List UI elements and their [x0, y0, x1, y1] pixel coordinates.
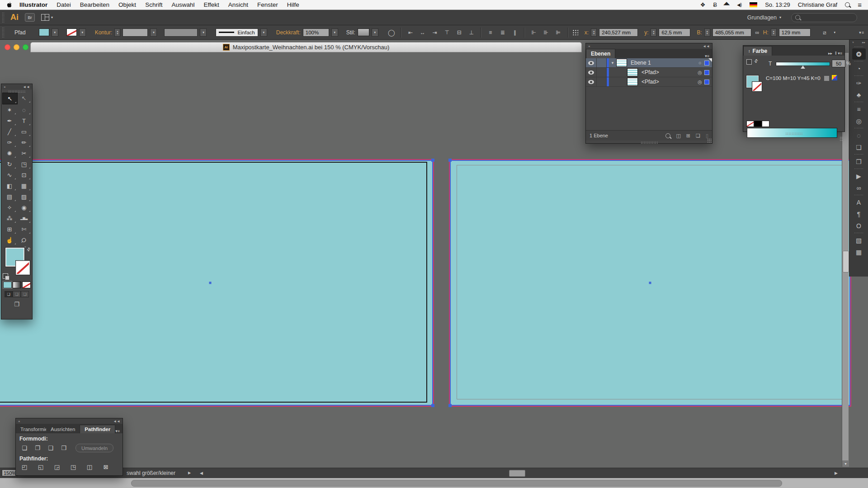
gradient-button[interactable]	[13, 282, 21, 288]
raster-panel-icon[interactable]: ▦	[852, 246, 866, 258]
pen-tool[interactable]: ✒	[2, 115, 17, 126]
hand-tool[interactable]: ☝	[2, 235, 17, 245]
swap-fill-stroke-icon[interactable]: ⇄	[25, 246, 32, 253]
gripper[interactable]	[641, 141, 658, 144]
scroll-right-button[interactable]: ▶	[835, 471, 838, 475]
collapse-icon[interactable]: ▸▸	[828, 51, 835, 56]
free-transform-tool[interactable]: ⊡	[17, 169, 31, 180]
fill-stroke-mini-icon[interactable]	[746, 59, 752, 65]
distribute-bottom-icon[interactable]: ∥	[510, 29, 520, 36]
artboard-right[interactable]	[449, 159, 851, 407]
delete-layer-icon[interactable]: ▯	[706, 133, 708, 139]
vertical-align-bottom-icon[interactable]: ⊥	[467, 29, 476, 36]
screen-mode-button[interactable]: ❐	[1, 301, 32, 308]
unite-button[interactable]: ❏	[19, 445, 29, 451]
status-popup-icon[interactable]: ▶	[188, 471, 191, 475]
aktionen-panel-icon[interactable]: ▶	[852, 170, 866, 182]
column-graph-tool[interactable]: ▂▆▃	[17, 213, 31, 224]
arrange-documents-button[interactable]: ▾	[41, 14, 53, 21]
stroke-color-dropdown[interactable]: ▾	[79, 28, 86, 37]
absatz-panel-icon[interactable]: ¶	[852, 208, 866, 220]
magic-wand-tool[interactable]: ✶	[2, 104, 17, 115]
y-field[interactable]: 62,5 mm	[659, 28, 690, 37]
merge-button[interactable]: ◲	[52, 464, 62, 470]
workspace-switcher[interactable]: Grundlagen ▾	[747, 14, 781, 21]
width-profile-dropdown[interactable]: ▾	[200, 28, 207, 37]
anchor-point[interactable]	[431, 404, 434, 407]
minus-back-button[interactable]: ⊠	[101, 464, 111, 470]
kontur-panel-icon[interactable]: ≡	[852, 103, 866, 115]
close-icon[interactable]: ×	[4, 85, 6, 89]
reference-point-grid-icon[interactable]	[572, 29, 578, 35]
layer-row[interactable]: ▼ Ebene 1 ○	[586, 58, 712, 68]
vertical-scrollbar-thumb[interactable]	[843, 251, 849, 272]
minus-front-button[interactable]: ❐	[33, 445, 42, 451]
distribute-space-3-icon[interactable]: ⊫	[553, 29, 563, 36]
stroke-weight-stepper[interactable]: ▲▼	[114, 28, 120, 37]
distribute-center-icon[interactable]: ≣	[498, 29, 508, 36]
distribute-space-1-icon[interactable]: ⊩	[529, 29, 539, 36]
stil-swatch[interactable]	[358, 28, 369, 36]
scissors-tool[interactable]: ✂	[17, 148, 31, 159]
transform-dropdown[interactable]: ▾	[832, 29, 838, 36]
vertical-align-top-icon[interactable]: ⊤	[442, 29, 452, 36]
umwandeln-button[interactable]: Umwandeln	[75, 444, 113, 452]
draw-normal-button[interactable]: ❏	[5, 291, 13, 297]
height-field[interactable]: 129 mm	[779, 28, 811, 37]
fill-color-dropdown[interactable]: ▾	[52, 28, 58, 37]
tab-ebenen[interactable]: Ebenen	[586, 49, 615, 58]
blob-brush-tool[interactable]: ✺	[2, 148, 17, 159]
verknuepfungen-panel-icon[interactable]: ∞	[852, 182, 866, 193]
layer-name[interactable]: <Pfad>	[638, 79, 695, 85]
y-stepper[interactable]: ▲▼	[651, 28, 656, 37]
dropbox-icon[interactable]: ❖	[700, 1, 706, 8]
paintbrush-tool[interactable]: ✑	[2, 137, 17, 148]
exclude-button[interactable]: ❒	[59, 445, 69, 451]
stroke-style-dropdown[interactable]: Einfach	[216, 28, 258, 37]
farbe-panel-icon[interactable]: ❂	[852, 48, 866, 60]
direct-selection-tool[interactable]: ↖	[17, 93, 31, 103]
panel-menu-icon[interactable]: ‖ ▾≡	[835, 51, 844, 56]
lasso-tool[interactable]: ◌	[17, 104, 31, 115]
volume-icon[interactable]: ◀)	[737, 2, 742, 7]
horizontal-scrollbar-thumb[interactable]	[509, 470, 525, 477]
resize-grip[interactable]	[707, 138, 712, 143]
symbol-sprayer-tool[interactable]: ⁂	[2, 213, 17, 224]
window-minimize-button[interactable]	[14, 44, 19, 50]
swap-fill-stroke-icon[interactable]: ⇄	[753, 58, 759, 64]
visibility-toggle[interactable]	[586, 68, 597, 77]
scroll-down-button[interactable]: ▼	[842, 460, 849, 467]
menu-effekt[interactable]: Effekt	[199, 1, 223, 8]
none-button[interactable]	[22, 282, 31, 288]
grafikstile-panel-icon[interactable]: ❏	[852, 141, 866, 153]
new-layer-icon[interactable]: ❏	[696, 133, 700, 139]
inner-path-rectangle[interactable]	[0, 162, 427, 403]
horizontal-align-center-icon[interactable]: ↔	[418, 29, 428, 36]
tab-farbe[interactable]: ↕ Farbe	[743, 46, 772, 56]
tint-slider-thumb[interactable]	[801, 66, 805, 69]
anchor-point[interactable]	[448, 404, 452, 407]
symbole-panel-icon[interactable]: ♣	[852, 89, 866, 100]
line-tool[interactable]: ╱	[2, 126, 17, 137]
verlauf-panel-icon[interactable]: ▧	[852, 235, 866, 246]
close-icon[interactable]: ×	[852, 41, 854, 44]
white-swatch[interactable]	[762, 121, 769, 127]
layer-row[interactable]: <Pfad> ◎	[586, 68, 712, 77]
layer-thumbnail[interactable]	[627, 68, 638, 76]
notification-center-icon[interactable]: ≡	[858, 1, 862, 9]
perspective-grid-tool[interactable]: ▦	[17, 180, 31, 191]
rectangle-tool[interactable]: ▭	[17, 126, 31, 137]
menu-objekt[interactable]: Objekt	[114, 1, 141, 8]
gamut-warning-icon[interactable]	[832, 75, 837, 80]
target-icon[interactable]: ◎	[695, 70, 704, 75]
tint-value-field[interactable]: 50	[832, 60, 845, 67]
selection-indicator[interactable]	[704, 70, 709, 75]
wifi-icon[interactable]: ◤	[723, 1, 731, 9]
draw-inside-button[interactable]: ❏	[21, 291, 29, 297]
path-center-point[interactable]	[649, 282, 651, 284]
stroke-weight-dropdown[interactable]: ▾	[150, 28, 157, 37]
fill-color-swatch[interactable]	[39, 28, 49, 36]
layer-thumbnail[interactable]	[616, 59, 627, 67]
crop-button[interactable]: ◳	[68, 464, 78, 470]
menu-schrift[interactable]: Schrift	[141, 1, 167, 8]
